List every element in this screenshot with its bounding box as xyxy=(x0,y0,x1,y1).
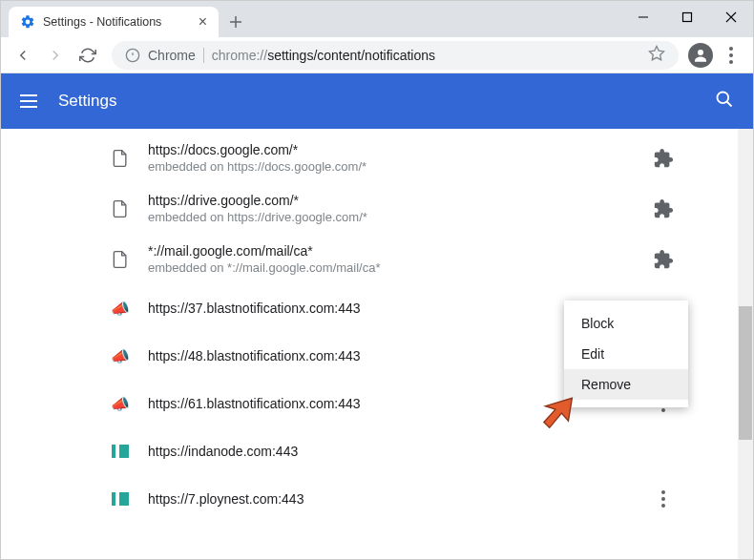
svg-point-9 xyxy=(718,93,729,104)
gear-icon xyxy=(20,14,35,30)
address-bar[interactable]: Chrome chrome://settings/content/notific… xyxy=(112,41,679,70)
svg-rect-1 xyxy=(683,13,692,22)
megaphone-icon: 📣 xyxy=(110,298,131,319)
menu-item-block[interactable]: Block xyxy=(564,308,688,339)
omnibox-url: chrome://settings/content/notifications xyxy=(212,48,435,63)
scrollbar[interactable] xyxy=(738,129,753,559)
pointer-annotation xyxy=(534,390,577,438)
hamburger-icon[interactable] xyxy=(20,94,37,108)
new-tab-button[interactable] xyxy=(222,9,249,35)
scrollbar-thumb[interactable] xyxy=(739,306,752,440)
menu-item-edit[interactable]: Edit xyxy=(564,339,688,369)
profile-avatar[interactable] xyxy=(688,43,713,68)
site-text: https://indanode.com:443 xyxy=(148,444,753,459)
back-button[interactable] xyxy=(9,41,37,70)
site-row[interactable]: *://mail.google.com/mail/ca*embedded on … xyxy=(1,234,753,284)
site-context-menu: BlockEditRemove xyxy=(564,301,688,407)
document-icon xyxy=(110,148,131,169)
close-button[interactable] xyxy=(709,1,753,33)
search-icon[interactable] xyxy=(715,90,734,113)
forward-button[interactable] xyxy=(41,41,70,70)
svg-point-8 xyxy=(698,50,703,55)
maximize-button[interactable] xyxy=(665,1,709,33)
extension-icon[interactable] xyxy=(652,147,675,170)
window-controls xyxy=(621,1,753,33)
megaphone-icon: 📣 xyxy=(110,393,131,414)
menu-item-remove[interactable]: Remove xyxy=(564,369,688,400)
extension-icon[interactable] xyxy=(652,248,675,271)
settings-header: Settings xyxy=(1,73,753,129)
omnibox-prefix: Chrome xyxy=(148,48,196,63)
extension-icon[interactable] xyxy=(652,197,675,220)
document-icon xyxy=(110,198,131,219)
site-url: https://indanode.com:443 xyxy=(148,444,753,459)
site-row[interactable]: https://indanode.com:443 xyxy=(1,427,753,475)
page-title: Settings xyxy=(58,92,116,111)
megaphone-icon: 📣 xyxy=(110,345,131,366)
browser-toolbar: Chrome chrome://settings/content/notific… xyxy=(1,37,753,73)
bookmark-star-icon[interactable] xyxy=(648,45,665,65)
svg-marker-7 xyxy=(650,47,664,60)
tab-close-icon[interactable]: × xyxy=(199,14,207,30)
site-favicon xyxy=(110,441,131,462)
reload-button[interactable] xyxy=(73,41,102,70)
site-favicon xyxy=(110,488,131,509)
browser-menu-button[interactable] xyxy=(717,41,745,70)
site-row[interactable]: https://7.ploynest.com:443 xyxy=(1,475,753,523)
tab-active[interactable]: Settings - Notifications × xyxy=(9,7,219,37)
document-icon xyxy=(110,249,131,270)
minimize-button[interactable] xyxy=(621,1,665,33)
tab-title: Settings - Notifications xyxy=(43,15,161,29)
omnibox-separator xyxy=(203,48,204,63)
site-row[interactable]: https://drive.google.com/*embedded on ht… xyxy=(1,183,753,234)
site-menu-button[interactable] xyxy=(652,487,675,510)
site-row[interactable]: https://docs.google.com/*embedded on htt… xyxy=(1,133,753,183)
svg-line-10 xyxy=(727,102,732,107)
